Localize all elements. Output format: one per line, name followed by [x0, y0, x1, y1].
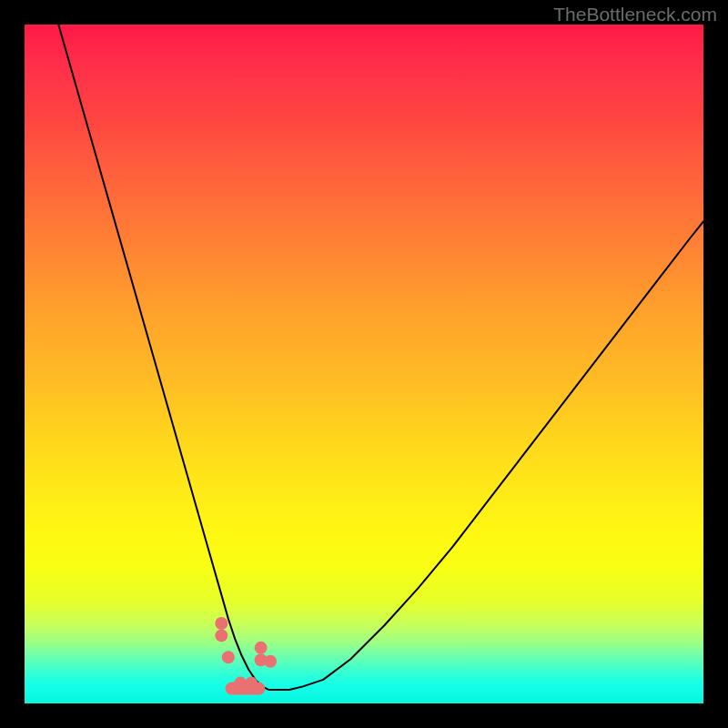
highlight-dot	[234, 677, 247, 690]
highlight-dot	[255, 642, 268, 654]
highlight-dot	[245, 677, 258, 690]
highlight-dot	[222, 651, 235, 663]
chart-frame: TheBottleneck.com	[0, 0, 728, 728]
highlight-dot	[264, 655, 277, 668]
highlight-dot	[215, 617, 228, 630]
curve-path	[58, 25, 703, 690]
chart-svg	[25, 25, 703, 703]
plot-area	[25, 25, 703, 703]
highlight-dot	[215, 629, 228, 642]
watermark-text: TheBottleneck.com	[553, 4, 717, 25]
